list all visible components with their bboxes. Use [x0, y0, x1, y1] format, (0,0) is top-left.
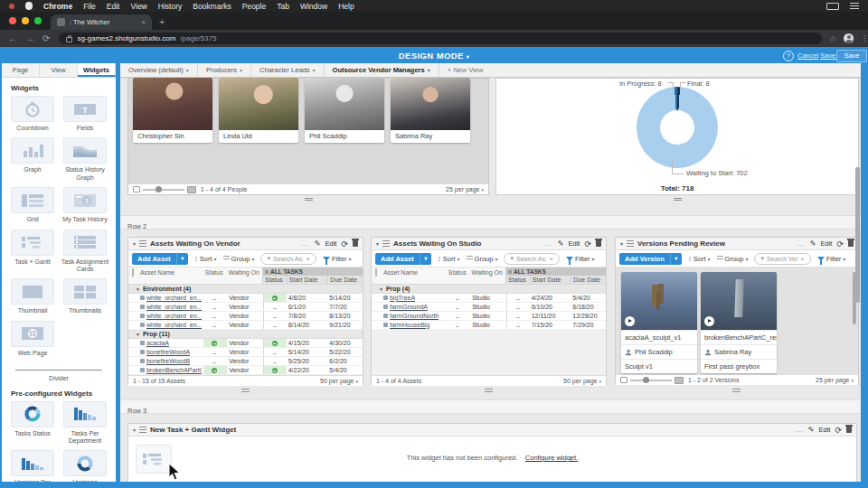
collapse-chevron-icon[interactable]: ▾ [133, 427, 136, 433]
more-icon[interactable]: ... [797, 241, 806, 247]
col-task-status[interactable]: Status [263, 276, 287, 284]
add-asset-dropdown[interactable]: ▾ [420, 253, 431, 265]
tab-widgets[interactable]: Widgets [78, 63, 116, 77]
asset-link[interactable]: white_orchard_en... [146, 321, 202, 329]
col-due-date[interactable]: Due Date [571, 276, 606, 284]
clear-search-icon[interactable]: × [801, 256, 805, 262]
select-all-checkbox[interactable] [375, 268, 377, 277]
version-card[interactable]: acaciaA_sculpt_v1 Phil Scaddip Sculpt v1 [621, 272, 697, 373]
filter-button[interactable]: Filter▾ [817, 255, 846, 263]
table-row[interactable]: white_orchard_en... Vendor 7/8/20 8/13/2… [128, 312, 363, 321]
url-field[interactable]: sg-games2.shotgunstudio.com /page/5375 [59, 33, 822, 44]
browser-tab[interactable]: : The Witcher × [51, 14, 152, 30]
per-page-dropdown[interactable]: 25 per page▾ [816, 377, 854, 383]
trash-icon[interactable] [596, 240, 601, 247]
search-filter-pill[interactable]: ▾Search Ver× [754, 253, 810, 265]
group-row-environment[interactable]: ▼Environment (4) [128, 285, 363, 294]
widget-item-my-task-history[interactable]: $ My Task History [61, 187, 109, 223]
widget-item-versions[interactable]: Versions [61, 450, 109, 482]
group-button[interactable]: Group▾ [223, 255, 255, 263]
edit-pencil-icon[interactable]: ✎ [558, 239, 564, 248]
sort-button[interactable]: ↕Sort▾ [438, 255, 460, 263]
menu-view[interactable]: View [130, 2, 146, 11]
play-icon[interactable] [704, 316, 714, 326]
view-tab-producers[interactable]: Producers▾ [198, 63, 251, 77]
slider-knob[interactable] [643, 377, 649, 383]
asset-link[interactable]: white_orchard_en... [146, 294, 202, 302]
widget-item-task-gantt[interactable]: Task + Gantt [8, 230, 57, 274]
sort-button[interactable]: ↕Sort▾ [688, 255, 711, 263]
table-row[interactable]: bonefireWoodB Vendor 5/25/20 6/2/20 [128, 357, 363, 366]
col-start-date[interactable]: Start Date [530, 276, 571, 284]
widget-item-web-page[interactable]: Web Page [8, 321, 57, 357]
person-card[interactable]: Linda Uld [219, 78, 298, 143]
tab-page[interactable]: Page [2, 63, 40, 77]
tab-close-icon[interactable]: × [141, 18, 146, 26]
forward-button[interactable]: → [25, 33, 34, 43]
table-row[interactable]: white_orchard_en... Vendor 6/1/20 7/7/20 [128, 303, 363, 312]
menu-window[interactable]: Window [300, 2, 327, 11]
reload-button[interactable]: ⟳ [42, 33, 50, 43]
design-mode-chevron-icon[interactable]: ▾ [467, 54, 469, 60]
edit-pencil-icon[interactable]: ✎ [315, 239, 321, 248]
thumb-size-slider[interactable] [620, 377, 684, 384]
minimize-window-button[interactable] [22, 17, 29, 24]
page-scrollbar[interactable] [855, 167, 860, 303]
group-button[interactable]: Group▾ [717, 255, 749, 263]
table-row[interactable]: farmGroundA Studio 6/10/20 6/18/20 [372, 303, 606, 312]
view-tab-outsource-vendor-managers[interactable]: Outsource Vendor Managers▾ [325, 63, 439, 77]
table-row[interactable]: farmHouseBig Studio 7/15/20 7/29/20 [372, 321, 606, 330]
more-icon[interactable]: ... [795, 427, 804, 433]
widget-item-thumbnail[interactable]: Thumbnail [8, 278, 57, 314]
widget-item-thumbnails[interactable]: Thumbnails [61, 278, 109, 314]
save-button[interactable]: Save [836, 50, 867, 62]
clear-search-icon[interactable]: × [307, 256, 310, 262]
col-start-date[interactable]: Start Date [287, 276, 328, 284]
filter-button[interactable]: Filter▾ [566, 255, 595, 263]
per-page-dropdown[interactable]: 50 per page▾ [320, 378, 358, 384]
add-asset-button[interactable]: Add Asset▾ [132, 253, 188, 265]
menu-chrome[interactable]: Chrome [43, 2, 72, 11]
configure-widget-link[interactable]: Configure widget. [525, 454, 578, 462]
view-tab-overview[interactable]: Overview (default)▾ [120, 63, 198, 77]
per-page-dropdown[interactable]: 50 per page▾ [563, 378, 601, 384]
profile-avatar[interactable] [844, 33, 854, 43]
col-status[interactable]: Status [203, 267, 227, 284]
drag-handle-icon[interactable] [627, 240, 634, 247]
table-row[interactable]: farmGroundNorth Studio 12/11/20 12/28/20 [372, 312, 606, 321]
person-card[interactable]: Phil Scaddip [305, 78, 384, 143]
menu-file[interactable]: File [83, 2, 96, 11]
edit-button[interactable]: Edit [569, 239, 580, 248]
people-per-page[interactable]: 25 per page▾ [446, 186, 484, 192]
person-card[interactable]: Christopher Sin [133, 78, 212, 143]
all-tasks-group-header[interactable]: ALL TASKS [263, 267, 363, 276]
asset-link[interactable]: bonefireWoodB [146, 357, 190, 365]
more-icon[interactable]: ... [544, 241, 553, 247]
all-tasks-group-header[interactable]: ALL TASKS [506, 267, 606, 276]
trash-icon[interactable] [353, 240, 358, 247]
widget-item-divider[interactable]: Divider [8, 362, 109, 382]
col-asset-name[interactable]: Asset Name [382, 267, 447, 284]
asset-link[interactable]: white_orchard_en... [146, 312, 202, 320]
widget-item-task-assignment-cards[interactable]: Task Assignment Cards [61, 230, 109, 274]
group-button[interactable]: Group▾ [467, 255, 498, 263]
asset-link[interactable]: brokenBenchAPartC [146, 366, 202, 374]
widget-item-tasks-per-department[interactable]: Tasks Per Department [61, 401, 109, 446]
collapse-chevron-icon[interactable]: ▾ [376, 240, 379, 247]
slider-knob[interactable] [156, 186, 162, 192]
control-center-icon[interactable] [850, 3, 859, 9]
clear-search-icon[interactable]: × [550, 256, 553, 262]
widget-item-versions-per[interactable]: Versions Per [8, 450, 57, 482]
col-waiting-on[interactable]: Waiting On [227, 267, 262, 284]
filter-button[interactable]: Filter▾ [323, 255, 352, 263]
asset-link[interactable]: bigTreeA [390, 294, 415, 302]
version-thumbnail[interactable] [621, 272, 697, 330]
table-row[interactable]: white_orchard_en... Vendor 4/8/20 5/14/2… [128, 294, 363, 303]
widget-item-fields[interactable]: T Fields [61, 96, 109, 132]
menu-bookmarks[interactable]: Bookmarks [193, 2, 231, 11]
versions-resize-handle[interactable] [732, 389, 741, 393]
widget-item-graph[interactable]: Graph [8, 137, 57, 182]
widget-item-countdown[interactable]: Countdown [8, 96, 57, 132]
col-status[interactable]: Status [447, 267, 470, 284]
version-name[interactable]: acaciaA_sculpt_v1 [621, 330, 697, 344]
